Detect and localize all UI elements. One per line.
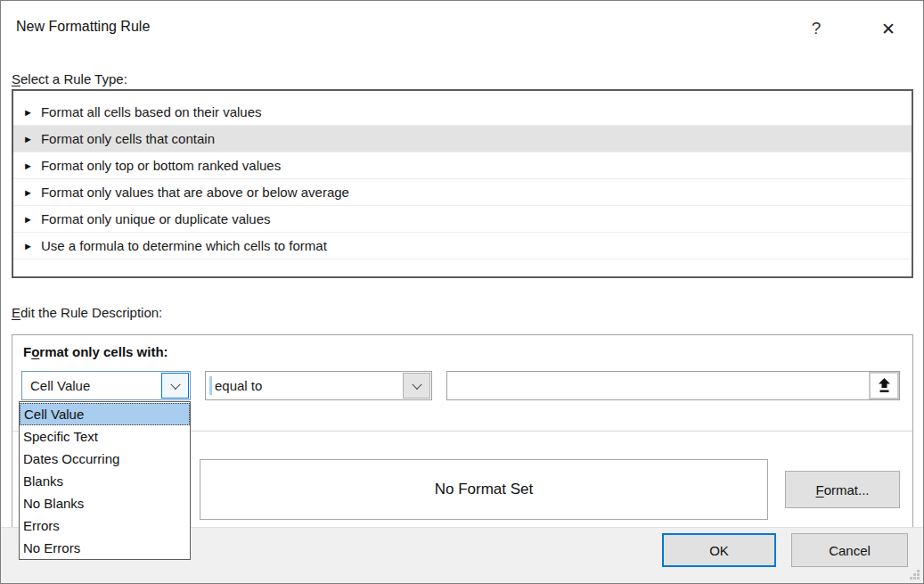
cancel-button[interactable]: Cancel: [791, 533, 908, 567]
new-formatting-rule-dialog: New Formatting Rule ? ✕ Select a Rule Ty…: [0, 0, 924, 584]
operator-combobox[interactable]: equal to: [205, 371, 432, 400]
close-icon: ✕: [881, 19, 895, 39]
right-pointer-icon: ►: [23, 134, 33, 144]
format-button[interactable]: Format...: [785, 471, 900, 508]
help-icon: ?: [812, 19, 822, 38]
dropdown-option[interactable]: Dates Occurring: [20, 448, 190, 470]
dropdown-option[interactable]: Errors: [20, 514, 190, 537]
rule-type-item[interactable]: ►Format only top or bottom ranked values: [13, 152, 912, 179]
ok-button[interactable]: OK: [662, 533, 776, 567]
operator-value: equal to: [215, 372, 262, 399]
condition-type-dropdown-list[interactable]: Cell Value Specific Text Dates Occurring…: [19, 401, 191, 560]
value-field-wrapper: [446, 371, 900, 400]
dropdown-option[interactable]: No Errors: [20, 537, 190, 559]
edit-rule-description-label: Edit the Rule Description:: [12, 305, 162, 320]
right-pointer-icon: ►: [23, 214, 33, 225]
right-pointer-icon: ►: [23, 107, 33, 118]
rule-type-item[interactable]: ►Format only unique or duplicate values: [13, 206, 912, 233]
collapse-up-arrow-icon: [878, 378, 891, 393]
close-button[interactable]: ✕: [871, 13, 906, 44]
value-input[interactable]: [449, 374, 868, 398]
dropdown-option[interactable]: No Blanks: [20, 492, 190, 514]
collapse-dialog-button[interactable]: [869, 372, 899, 399]
rule-type-item-selected[interactable]: ►Format only cells that contain: [13, 126, 912, 152]
operator-dropdown-button[interactable]: [403, 373, 430, 399]
preview-text: No Format Set: [435, 481, 534, 498]
right-pointer-icon: ►: [23, 241, 33, 251]
select-rule-type-label: Select a Rule Type:: [12, 71, 127, 86]
right-pointer-icon: ►: [23, 187, 33, 198]
dropdown-option-selected[interactable]: Cell Value: [20, 403, 190, 425]
preview-box: No Format Set: [200, 459, 768, 520]
condition-type-value: Cell Value: [30, 372, 90, 399]
chevron-down-icon: [170, 379, 180, 389]
rule-type-item[interactable]: ►Use a formula to determine which cells …: [13, 233, 912, 259]
dropdown-option[interactable]: Blanks: [20, 470, 190, 492]
condition-type-dropdown-button[interactable]: [161, 373, 189, 399]
window-title: New Formatting Rule: [16, 19, 150, 35]
title-bar: New Formatting Rule ? ✕: [1, 1, 923, 53]
dropdown-option[interactable]: Specific Text: [20, 425, 190, 448]
right-pointer-icon: ►: [23, 160, 33, 171]
rule-type-item[interactable]: ►Format only values that are above or be…: [13, 179, 912, 206]
help-button[interactable]: ?: [801, 13, 831, 44]
condition-type-combobox[interactable]: Cell Value: [21, 371, 191, 400]
text-caret: [209, 376, 212, 395]
rule-type-listbox[interactable]: ►Format all cells based on their values …: [12, 89, 913, 278]
rule-type-item[interactable]: ►Format all cells based on their values: [13, 99, 912, 126]
chevron-down-icon: [412, 379, 421, 389]
format-only-cells-with-label: Format only cells with:: [23, 344, 168, 359]
resize-grip[interactable]: [909, 569, 920, 580]
